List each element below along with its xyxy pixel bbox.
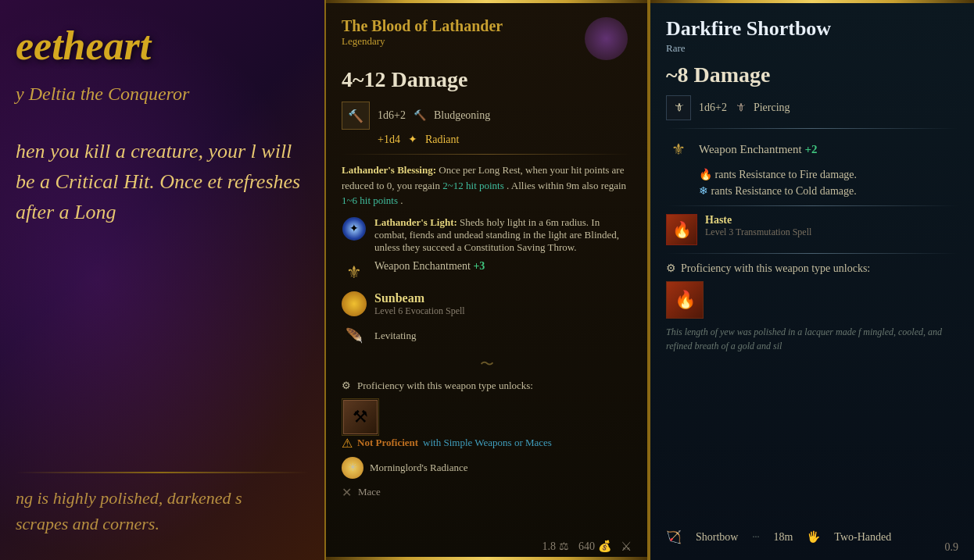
right-damage-dice: 1d6+2 [699,102,727,114]
damage-dice: 1d6+2 [378,109,406,122]
right-piercing-icon-2: 🗡 [735,102,746,114]
right-proficiency-header: ⚙ Proficiency with this weapon type unlo… [666,262,958,275]
right-damage: ~8 Damage [666,62,958,87]
right-haste-row: 🔥 Haste Level 3 Transmutation Spell [666,214,958,245]
right-haste-name: Haste [705,214,811,226]
weapon-type-label: Mace [358,486,381,498]
right-weapon-type: Shortbow [696,531,738,544]
scroll-divider: 〜 [342,355,632,373]
right-enchant-row: ⚜ Weapon Enchantment +2 [666,137,958,162]
right-enchant-text: Weapon Enchantment [699,143,802,155]
light-name: Lathander's Light: [374,216,457,228]
gold-value: 640 [578,540,595,553]
morning-radiance-row: ☀ Morninglord's Radiance [342,457,632,479]
not-proficient-label: Not Proficient [357,437,418,449]
right-fire-resist: 🔥 rants Resistance to Fire damage. [699,168,958,181]
right-divider-3 [666,253,958,254]
right-weapon-stats-row: 🏹 Shortbow ··· 18m 🖐 Two-Handed [666,530,958,544]
item-rarity: Legendary [342,35,503,48]
sunbeam-text: Sunbeam Level 6 Evocation Spell [374,291,465,317]
enchantment-text: Weapon Enchantment [374,260,471,272]
damage-row-2: +1d4 ✦ Radiant [342,133,632,146]
sunbeam-row: Sunbeam Level 6 Evocation Spell [342,291,632,317]
divider-1 [342,154,632,155]
right-item-rarity: Rare [666,42,958,55]
damage-type2: Radiant [425,134,460,146]
item-title: The Blood of Lathander [342,17,503,35]
damage-row-1: 🔨 1d6+2 🔨 Bludgeoning [342,102,632,130]
fire-resist-text: rants Resistance to Fire damage. [715,169,858,180]
right-damage-row: 🗡 1d6+2 🗡 Piercing [666,95,958,120]
right-cold-resist: ❄ rants Resistance to Cold damage. [699,184,958,198]
sunbeam-icon [342,291,367,316]
middle-content: The Blood of Lathander Legendary 4~12 Da… [326,3,647,560]
item-icon-bg [585,17,628,60]
sunbeam-name: Sunbeam [374,291,465,305]
proficiency-text: Proficiency with this weapon type unlock… [357,380,533,392]
weight-icon: ⚖ [559,540,569,553]
enchant-icon: ⚜ [342,260,367,285]
weight-value: 1.8 [543,540,557,553]
right-piercing-icon: 🗡 [666,95,691,120]
weapon-type-row: ✕ Mace [342,485,632,500]
panel-right: Darkfire Shortbow Rare ~8 Damage 🗡 1d6+2… [649,0,974,560]
right-divider-2 [666,205,958,206]
damage-bonus: +1d4 [378,134,400,146]
panel-middle: The Blood of Lathander Legendary 4~12 Da… [324,0,649,560]
not-proficient-row: ⚠ Not Proficient with Simple Weapons or … [342,436,632,451]
cold-resist-text: rants Resistance to Cold damage. [711,185,857,197]
right-prof-icon: 🔥 [666,281,704,319]
mace-icon: ⚒ [343,400,378,434]
middle-border-bottom [326,557,647,560]
right-description: This length of yew was polished in a lac… [666,325,958,353]
lathanders-light-text: Lathander's Light: Sheds holy light in a… [374,216,632,254]
right-weight-corner: 0.9 [945,541,959,554]
levitate-text: Levitating [374,330,416,342]
right-haste-text-area: Haste Level 3 Transmutation Spell [705,214,811,238]
left-content: eetheart y Deltia the Conqueror hen you … [0,0,324,560]
left-title: eetheart [16,23,309,68]
blessing-name: Lathander's Blessing: [342,164,436,176]
right-prof-gear-icon: ⚙ [666,262,676,275]
left-divider [16,472,309,473]
right-bow-icon: 🏹 [666,530,682,544]
right-haste-subtitle: Level 3 Transmutation Spell [705,226,811,238]
item-damage: 4~12 Damage [342,67,632,92]
blessing-end: . [400,194,403,206]
morning-radiance-icon: ☀ [342,457,363,479]
right-hand-icon: 🖐 [807,530,820,544]
enchantment-label: Weapon Enchantment +3 [374,260,485,273]
right-prof-text: Proficiency with this weapon type unlock… [681,262,870,275]
mace-proficiency-icon: ⚒ [342,398,379,436]
right-damage-type: Piercing [754,102,790,114]
extra-icon: ⚔ [621,539,632,554]
levitate-icon: 🪶 [342,323,367,348]
levitating-row: 🪶 Levitating [342,323,632,348]
proficiency-section: ⚙ Proficiency with this weapon type unlo… [342,380,632,500]
right-range-icon: ··· [752,531,759,543]
left-footer-text1: ng is highly polished, darkened s [16,485,309,511]
bludgeoning-icon: 🔨 [342,102,370,130]
right-weight-value: 0.9 [945,541,959,553]
left-body: hen you kill a creature, your l will be … [16,136,309,227]
blessing-mid: . Allies within 9m also regain [507,180,626,191]
cold-icon: ❄ [699,185,708,197]
panel-left: eetheart y Deltia the Conqueror hen you … [0,0,324,560]
enchantment-value: +3 [473,260,485,272]
right-weapon-hands: Two-Handed [834,531,891,544]
not-proficient-link: with Simple Weapons or Maces [423,437,552,449]
enchantment-row: ⚜ Weapon Enchantment +3 [342,260,632,285]
right-enchant-value: +2 [804,143,817,155]
left-footer: ng is highly polished, darkened s scrape… [16,460,309,537]
warning-icon: ⚠ [342,436,353,451]
right-enchant-icon: ⚜ [666,137,691,162]
gold-display: 640 💰 [578,540,611,553]
proficiency-header: ⚙ Proficiency with this weapon type unlo… [342,380,632,392]
lathanders-blessing: Lathander's Blessing: Once per Long Rest… [342,162,632,209]
light-icon: ✦ [342,216,367,241]
fire-icon: 🔥 [699,169,712,180]
damage-type1: Bludgeoning [434,109,490,122]
sunbeam-subtitle: Level 6 Evocation Spell [374,305,465,317]
middle-footer: 1.8 ⚖ 640 💰 ⚔ [342,539,632,554]
weight-display: 1.8 ⚖ [543,540,570,553]
